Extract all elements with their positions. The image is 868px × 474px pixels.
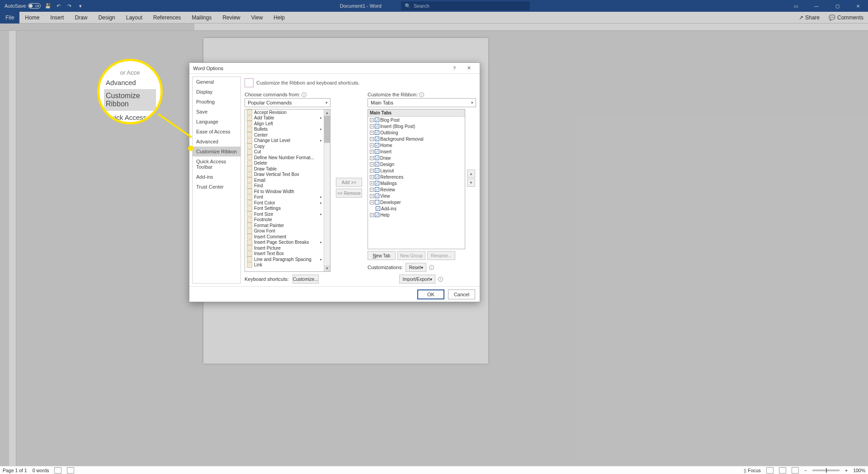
tab-checkbox[interactable]: ✓: [375, 149, 379, 154]
category-general[interactable]: General: [193, 77, 241, 87]
category-add-ins[interactable]: Add-ins: [193, 172, 241, 182]
customize-ribbon-dropdown[interactable]: Main Tabs: [368, 98, 476, 107]
accessibility-icon[interactable]: [67, 467, 74, 474]
add-command-button[interactable]: Add >>: [336, 178, 362, 187]
command-item[interactable]: Line and Paragraph Spacing▸: [245, 256, 324, 262]
read-mode-icon[interactable]: [766, 467, 774, 474]
tab-checkbox[interactable]: ✓: [376, 206, 380, 211]
zoom-out-button[interactable]: −: [804, 468, 807, 473]
category-customize-ribbon[interactable]: Customize Ribbon: [193, 147, 241, 156]
tab-checkbox[interactable]: ✓: [375, 213, 379, 217]
tab-tree-item[interactable]: +✓Insert (Blog Post): [368, 123, 465, 129]
new-group-button[interactable]: New Group: [397, 251, 425, 260]
command-item[interactable]: Cut: [245, 149, 324, 155]
reset-button[interactable]: Reset ▾: [406, 263, 426, 272]
expand-icon[interactable]: +: [370, 175, 374, 179]
tab-tree-item[interactable]: +✓Insert: [368, 148, 465, 155]
command-item[interactable]: Insert Text Box: [245, 251, 324, 257]
remove-command-button[interactable]: << Remove: [336, 189, 362, 198]
tab-tree-item[interactable]: +✓Blog Post: [368, 117, 465, 123]
new-tab-button[interactable]: New Tab: [368, 251, 396, 260]
help-icon[interactable]: i: [438, 277, 443, 282]
command-item[interactable]: Format Painter: [245, 223, 324, 228]
command-item[interactable]: Accept Revision: [245, 109, 324, 115]
command-item[interactable]: Delete: [245, 161, 324, 166]
expand-icon[interactable]: +: [370, 200, 374, 204]
tab-checkbox[interactable]: ✓: [375, 143, 379, 147]
focus-button[interactable]: ▯ Focus: [744, 468, 761, 473]
tab-checkbox[interactable]: ✓: [375, 194, 379, 198]
expand-icon[interactable]: +: [370, 181, 374, 185]
command-item[interactable]: Font Settings: [245, 206, 324, 212]
dialog-close-icon[interactable]: ✕: [462, 63, 476, 74]
command-item[interactable]: Center: [245, 132, 324, 138]
command-item[interactable]: Insert Page Section Breaks▸: [245, 240, 324, 246]
expand-icon[interactable]: +: [370, 137, 374, 141]
customize-shortcuts-button[interactable]: Customize...: [292, 275, 319, 284]
command-item[interactable]: Add Table▸: [245, 115, 324, 121]
expand-icon[interactable]: +: [370, 156, 374, 160]
tab-tree-item[interactable]: +✓References: [368, 174, 465, 180]
command-item[interactable]: Insert Comment: [245, 234, 324, 240]
command-item[interactable]: Font Color▸: [245, 200, 324, 206]
category-save[interactable]: Save: [193, 107, 241, 117]
category-quick-access-toolbar[interactable]: Quick Access Toolbar: [193, 156, 241, 172]
command-item[interactable]: Font Size▸: [245, 211, 324, 217]
expand-icon[interactable]: +: [370, 124, 374, 128]
command-item[interactable]: Footnote: [245, 217, 324, 223]
tab-tree-item[interactable]: +✓View: [368, 193, 465, 199]
tab-tree-item[interactable]: +✓Review: [368, 186, 465, 193]
expand-icon[interactable]: +: [370, 162, 374, 166]
category-advanced[interactable]: Advanced: [193, 137, 241, 147]
ok-button[interactable]: OK: [417, 289, 444, 299]
expand-icon[interactable]: +: [370, 194, 374, 198]
print-layout-icon[interactable]: [779, 467, 786, 474]
expand-icon[interactable]: +: [370, 131, 374, 135]
tab-checkbox[interactable]: ✓: [375, 162, 379, 166]
help-icon[interactable]: i: [419, 92, 424, 97]
command-item[interactable]: Find: [245, 183, 324, 189]
command-item[interactable]: Insert Picture: [245, 245, 324, 251]
cancel-button[interactable]: Cancel: [448, 289, 475, 299]
expand-icon[interactable]: +: [370, 118, 374, 122]
move-up-button[interactable]: ▲: [467, 170, 475, 178]
command-item[interactable]: Align Left: [245, 121, 324, 127]
web-layout-icon[interactable]: [792, 467, 799, 474]
command-item[interactable]: Define New Number Format...: [245, 155, 324, 161]
word-count[interactable]: 0 words: [33, 468, 49, 473]
tab-tree-item[interactable]: +✓Help: [368, 212, 465, 218]
expand-icon[interactable]: +: [370, 169, 374, 173]
zoom-in-button[interactable]: +: [845, 468, 848, 473]
command-item[interactable]: Fit to Window Width: [245, 189, 324, 194]
expand-icon[interactable]: +: [370, 213, 374, 217]
tab-checkbox[interactable]: [375, 200, 379, 204]
tab-checkbox[interactable]: ✓: [375, 156, 379, 160]
command-item[interactable]: Link: [245, 262, 324, 268]
command-item[interactable]: Font▸: [245, 194, 324, 200]
tab-tree-item[interactable]: +✓Home: [368, 142, 465, 148]
tab-checkbox[interactable]: ✓: [375, 181, 379, 185]
tab-checkbox[interactable]: ✓: [375, 137, 379, 141]
tab-tree-item[interactable]: +✓Draw: [368, 155, 465, 161]
zoom-slider[interactable]: [812, 469, 840, 471]
category-trust-center[interactable]: Trust Center: [193, 182, 241, 192]
tab-checkbox[interactable]: ✓: [375, 124, 379, 128]
category-proofing[interactable]: Proofing: [193, 97, 241, 107]
rename-button[interactable]: Rename...: [427, 251, 455, 260]
help-icon[interactable]: i: [302, 92, 307, 97]
tab-tree-item[interactable]: ✓Add-ins: [368, 205, 465, 212]
choose-commands-dropdown[interactable]: Popular Commands: [245, 98, 330, 107]
tab-tree-item[interactable]: +✓Layout: [368, 167, 465, 174]
command-item[interactable]: Email: [245, 177, 324, 183]
command-item[interactable]: Grow Font: [245, 228, 324, 234]
zoom-level[interactable]: 100%: [853, 468, 865, 473]
spell-check-icon[interactable]: [54, 467, 61, 474]
category-language[interactable]: Language: [193, 117, 241, 127]
tab-tree-item[interactable]: +Developer: [368, 199, 465, 205]
tab-checkbox[interactable]: ✓: [375, 168, 379, 173]
page-status[interactable]: Page 1 of 1: [3, 468, 27, 473]
expand-icon[interactable]: +: [370, 188, 374, 192]
category-ease-of-access[interactable]: Ease of Access: [193, 127, 241, 137]
command-item[interactable]: Change List Level▸: [245, 138, 324, 144]
command-item[interactable]: Bullets▸: [245, 127, 324, 133]
